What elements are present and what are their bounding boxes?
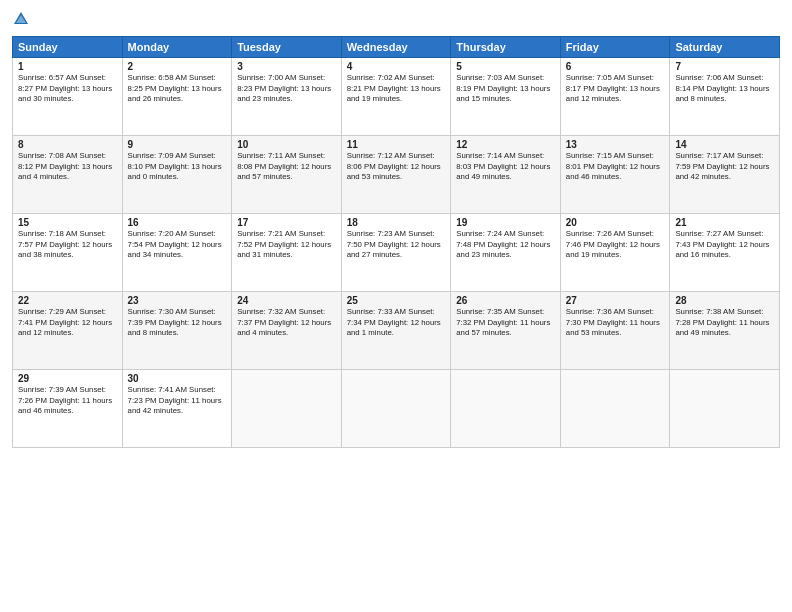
calendar-cell bbox=[451, 370, 561, 448]
logo-icon bbox=[12, 10, 30, 28]
day-info: Sunrise: 7:32 AM Sunset: 7:37 PM Dayligh… bbox=[237, 307, 336, 339]
day-header-sunday: Sunday bbox=[13, 37, 123, 58]
calendar-cell: 4Sunrise: 7:02 AM Sunset: 8:21 PM Daylig… bbox=[341, 58, 451, 136]
day-header-monday: Monday bbox=[122, 37, 232, 58]
day-number: 4 bbox=[347, 61, 446, 72]
calendar-cell: 11Sunrise: 7:12 AM Sunset: 8:06 PM Dayli… bbox=[341, 136, 451, 214]
day-info: Sunrise: 7:00 AM Sunset: 8:23 PM Dayligh… bbox=[237, 73, 336, 105]
day-info: Sunrise: 7:11 AM Sunset: 8:08 PM Dayligh… bbox=[237, 151, 336, 183]
day-number: 17 bbox=[237, 217, 336, 228]
calendar-week-row: 15Sunrise: 7:18 AM Sunset: 7:57 PM Dayli… bbox=[13, 214, 780, 292]
day-header-thursday: Thursday bbox=[451, 37, 561, 58]
day-number: 15 bbox=[18, 217, 117, 228]
day-info: Sunrise: 7:18 AM Sunset: 7:57 PM Dayligh… bbox=[18, 229, 117, 261]
day-info: Sunrise: 7:20 AM Sunset: 7:54 PM Dayligh… bbox=[128, 229, 227, 261]
day-number: 9 bbox=[128, 139, 227, 150]
calendar-container: SundayMondayTuesdayWednesdayThursdayFrid… bbox=[0, 0, 792, 612]
calendar-cell: 27Sunrise: 7:36 AM Sunset: 7:30 PM Dayli… bbox=[560, 292, 670, 370]
calendar-cell: 19Sunrise: 7:24 AM Sunset: 7:48 PM Dayli… bbox=[451, 214, 561, 292]
calendar-cell bbox=[560, 370, 670, 448]
calendar-cell: 10Sunrise: 7:11 AM Sunset: 8:08 PM Dayli… bbox=[232, 136, 342, 214]
calendar-week-row: 1Sunrise: 6:57 AM Sunset: 8:27 PM Daylig… bbox=[13, 58, 780, 136]
day-info: Sunrise: 7:23 AM Sunset: 7:50 PM Dayligh… bbox=[347, 229, 446, 261]
day-info: Sunrise: 7:12 AM Sunset: 8:06 PM Dayligh… bbox=[347, 151, 446, 183]
day-number: 30 bbox=[128, 373, 227, 384]
day-info: Sunrise: 7:09 AM Sunset: 8:10 PM Dayligh… bbox=[128, 151, 227, 183]
calendar-table: SundayMondayTuesdayWednesdayThursdayFrid… bbox=[12, 36, 780, 448]
day-number: 24 bbox=[237, 295, 336, 306]
day-number: 18 bbox=[347, 217, 446, 228]
calendar-cell: 29Sunrise: 7:39 AM Sunset: 7:26 PM Dayli… bbox=[13, 370, 123, 448]
calendar-cell: 16Sunrise: 7:20 AM Sunset: 7:54 PM Dayli… bbox=[122, 214, 232, 292]
day-info: Sunrise: 7:15 AM Sunset: 8:01 PM Dayligh… bbox=[566, 151, 665, 183]
calendar-cell: 30Sunrise: 7:41 AM Sunset: 7:23 PM Dayli… bbox=[122, 370, 232, 448]
day-info: Sunrise: 7:39 AM Sunset: 7:26 PM Dayligh… bbox=[18, 385, 117, 417]
day-number: 14 bbox=[675, 139, 774, 150]
calendar-cell: 13Sunrise: 7:15 AM Sunset: 8:01 PM Dayli… bbox=[560, 136, 670, 214]
day-header-wednesday: Wednesday bbox=[341, 37, 451, 58]
calendar-week-row: 29Sunrise: 7:39 AM Sunset: 7:26 PM Dayli… bbox=[13, 370, 780, 448]
header bbox=[12, 10, 780, 28]
calendar-cell: 23Sunrise: 7:30 AM Sunset: 7:39 PM Dayli… bbox=[122, 292, 232, 370]
day-number: 22 bbox=[18, 295, 117, 306]
day-info: Sunrise: 7:03 AM Sunset: 8:19 PM Dayligh… bbox=[456, 73, 555, 105]
day-info: Sunrise: 7:06 AM Sunset: 8:14 PM Dayligh… bbox=[675, 73, 774, 105]
calendar-cell: 12Sunrise: 7:14 AM Sunset: 8:03 PM Dayli… bbox=[451, 136, 561, 214]
day-number: 19 bbox=[456, 217, 555, 228]
day-header-saturday: Saturday bbox=[670, 37, 780, 58]
day-number: 2 bbox=[128, 61, 227, 72]
calendar-cell bbox=[341, 370, 451, 448]
day-info: Sunrise: 7:29 AM Sunset: 7:41 PM Dayligh… bbox=[18, 307, 117, 339]
day-info: Sunrise: 7:08 AM Sunset: 8:12 PM Dayligh… bbox=[18, 151, 117, 183]
calendar-cell: 25Sunrise: 7:33 AM Sunset: 7:34 PM Dayli… bbox=[341, 292, 451, 370]
calendar-cell: 18Sunrise: 7:23 AM Sunset: 7:50 PM Dayli… bbox=[341, 214, 451, 292]
calendar-week-row: 8Sunrise: 7:08 AM Sunset: 8:12 PM Daylig… bbox=[13, 136, 780, 214]
day-info: Sunrise: 7:35 AM Sunset: 7:32 PM Dayligh… bbox=[456, 307, 555, 339]
day-number: 1 bbox=[18, 61, 117, 72]
calendar-cell bbox=[670, 370, 780, 448]
day-info: Sunrise: 7:26 AM Sunset: 7:46 PM Dayligh… bbox=[566, 229, 665, 261]
calendar-cell: 9Sunrise: 7:09 AM Sunset: 8:10 PM Daylig… bbox=[122, 136, 232, 214]
calendar-cell bbox=[232, 370, 342, 448]
day-header-tuesday: Tuesday bbox=[232, 37, 342, 58]
day-info: Sunrise: 7:27 AM Sunset: 7:43 PM Dayligh… bbox=[675, 229, 774, 261]
day-number: 10 bbox=[237, 139, 336, 150]
day-number: 25 bbox=[347, 295, 446, 306]
calendar-cell: 24Sunrise: 7:32 AM Sunset: 7:37 PM Dayli… bbox=[232, 292, 342, 370]
day-number: 11 bbox=[347, 139, 446, 150]
day-info: Sunrise: 6:58 AM Sunset: 8:25 PM Dayligh… bbox=[128, 73, 227, 105]
calendar-cell: 6Sunrise: 7:05 AM Sunset: 8:17 PM Daylig… bbox=[560, 58, 670, 136]
day-info: Sunrise: 7:14 AM Sunset: 8:03 PM Dayligh… bbox=[456, 151, 555, 183]
calendar-cell: 22Sunrise: 7:29 AM Sunset: 7:41 PM Dayli… bbox=[13, 292, 123, 370]
day-number: 20 bbox=[566, 217, 665, 228]
day-number: 23 bbox=[128, 295, 227, 306]
calendar-cell: 17Sunrise: 7:21 AM Sunset: 7:52 PM Dayli… bbox=[232, 214, 342, 292]
day-number: 13 bbox=[566, 139, 665, 150]
logo bbox=[12, 10, 33, 28]
day-number: 28 bbox=[675, 295, 774, 306]
day-info: Sunrise: 6:57 AM Sunset: 8:27 PM Dayligh… bbox=[18, 73, 117, 105]
day-info: Sunrise: 7:38 AM Sunset: 7:28 PM Dayligh… bbox=[675, 307, 774, 339]
day-info: Sunrise: 7:17 AM Sunset: 7:59 PM Dayligh… bbox=[675, 151, 774, 183]
day-info: Sunrise: 7:21 AM Sunset: 7:52 PM Dayligh… bbox=[237, 229, 336, 261]
calendar-cell: 1Sunrise: 6:57 AM Sunset: 8:27 PM Daylig… bbox=[13, 58, 123, 136]
calendar-cell: 2Sunrise: 6:58 AM Sunset: 8:25 PM Daylig… bbox=[122, 58, 232, 136]
day-number: 29 bbox=[18, 373, 117, 384]
day-number: 3 bbox=[237, 61, 336, 72]
calendar-cell: 3Sunrise: 7:00 AM Sunset: 8:23 PM Daylig… bbox=[232, 58, 342, 136]
calendar-week-row: 22Sunrise: 7:29 AM Sunset: 7:41 PM Dayli… bbox=[13, 292, 780, 370]
day-number: 16 bbox=[128, 217, 227, 228]
day-number: 5 bbox=[456, 61, 555, 72]
days-header-row: SundayMondayTuesdayWednesdayThursdayFrid… bbox=[13, 37, 780, 58]
day-info: Sunrise: 7:41 AM Sunset: 7:23 PM Dayligh… bbox=[128, 385, 227, 417]
day-header-friday: Friday bbox=[560, 37, 670, 58]
day-number: 7 bbox=[675, 61, 774, 72]
calendar-cell: 5Sunrise: 7:03 AM Sunset: 8:19 PM Daylig… bbox=[451, 58, 561, 136]
day-number: 8 bbox=[18, 139, 117, 150]
day-info: Sunrise: 7:24 AM Sunset: 7:48 PM Dayligh… bbox=[456, 229, 555, 261]
calendar-cell: 26Sunrise: 7:35 AM Sunset: 7:32 PM Dayli… bbox=[451, 292, 561, 370]
day-number: 27 bbox=[566, 295, 665, 306]
day-info: Sunrise: 7:33 AM Sunset: 7:34 PM Dayligh… bbox=[347, 307, 446, 339]
day-number: 6 bbox=[566, 61, 665, 72]
calendar-cell: 14Sunrise: 7:17 AM Sunset: 7:59 PM Dayli… bbox=[670, 136, 780, 214]
